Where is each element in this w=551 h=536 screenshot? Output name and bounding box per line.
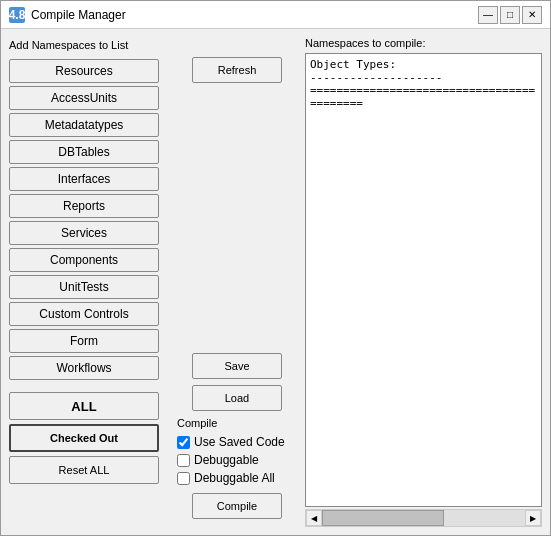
unit-tests-button[interactable]: UnitTests (9, 275, 159, 299)
middle-panel: Refresh Save Load Compile Use Saved Code… (177, 37, 297, 527)
namespace-buttons-list: Resources AccessUnits Metadatatypes DBTa… (9, 59, 169, 380)
resources-button[interactable]: Resources (9, 59, 159, 83)
custom-controls-button[interactable]: Custom Controls (9, 302, 159, 326)
app-icon: 4.8 (9, 7, 25, 23)
debuggable-all-row[interactable]: Debuggable All (177, 471, 297, 485)
namespaces-to-compile-label: Namespaces to compile: (305, 37, 542, 49)
scroll-track[interactable] (322, 510, 525, 526)
load-button[interactable]: Load (192, 385, 282, 411)
debuggable-all-checkbox[interactable] (177, 472, 190, 485)
form-button[interactable]: Form (9, 329, 159, 353)
all-button[interactable]: ALL (9, 392, 159, 420)
use-saved-code-checkbox[interactable] (177, 436, 190, 449)
interfaces-button[interactable]: Interfaces (9, 167, 159, 191)
access-units-button[interactable]: AccessUnits (9, 86, 159, 110)
minimize-button[interactable]: — (478, 6, 498, 24)
close-button[interactable]: ✕ (522, 6, 542, 24)
checked-out-button[interactable]: Checked Out (9, 424, 159, 452)
scroll-left-button[interactable]: ◀ (306, 510, 322, 526)
maximize-button[interactable]: □ (500, 6, 520, 24)
reset-all-button[interactable]: Reset ALL (9, 456, 159, 484)
compile-button[interactable]: Compile (192, 493, 282, 519)
reports-button[interactable]: Reports (9, 194, 159, 218)
refresh-button[interactable]: Refresh (192, 57, 282, 83)
scroll-thumb[interactable] (322, 510, 444, 526)
debuggable-label: Debuggable (194, 453, 259, 467)
window-controls: — □ ✕ (478, 6, 542, 24)
use-saved-code-row[interactable]: Use Saved Code (177, 435, 297, 449)
db-tables-button[interactable]: DBTables (9, 140, 159, 164)
scroll-right-button[interactable]: ▶ (525, 510, 541, 526)
compile-section: Compile Use Saved Code Debuggable Debugg… (177, 417, 297, 527)
debuggable-checkbox[interactable] (177, 454, 190, 467)
components-button[interactable]: Components (9, 248, 159, 272)
main-content: Add Namespaces to List Resources AccessU… (1, 29, 550, 535)
namespaces-textarea[interactable]: Object Types: -------------------- =====… (305, 53, 542, 507)
debuggable-all-label: Debuggable All (194, 471, 275, 485)
bottom-buttons: ALL Checked Out Reset ALL (9, 392, 169, 484)
save-button[interactable]: Save (192, 353, 282, 379)
debuggable-row[interactable]: Debuggable (177, 453, 297, 467)
metadatatypes-button[interactable]: Metadatatypes (9, 113, 159, 137)
compile-manager-window: 4.8 Compile Manager — □ ✕ Add Namespaces… (0, 0, 551, 536)
services-button[interactable]: Services (9, 221, 159, 245)
right-panel: Namespaces to compile: Object Types: ---… (305, 37, 542, 527)
window-title: Compile Manager (31, 8, 472, 22)
left-panel: Add Namespaces to List Resources AccessU… (9, 37, 169, 527)
title-bar: 4.8 Compile Manager — □ ✕ (1, 1, 550, 29)
add-namespaces-label: Add Namespaces to List (9, 37, 169, 53)
horizontal-scrollbar[interactable]: ◀ ▶ (305, 509, 542, 527)
use-saved-code-label: Use Saved Code (194, 435, 285, 449)
workflows-button[interactable]: Workflows (9, 356, 159, 380)
compile-label: Compile (177, 417, 297, 429)
